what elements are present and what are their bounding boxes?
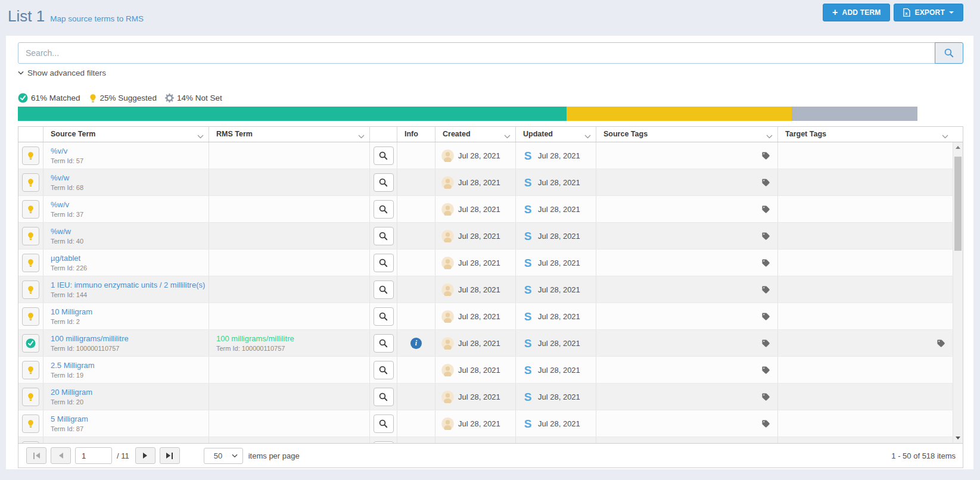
source-tag-button[interactable] <box>761 205 770 214</box>
chevron-down-icon[interactable] <box>942 132 948 141</box>
column-header-source-term[interactable]: Source Term <box>43 127 209 142</box>
row-search-button[interactable] <box>374 173 394 192</box>
chevron-down-icon[interactable] <box>504 132 511 141</box>
match-progress-bar <box>18 107 917 121</box>
status-button[interactable] <box>22 441 39 444</box>
source-tag-button[interactable] <box>761 285 770 294</box>
source-term-link[interactable]: %w/v <box>51 200 204 210</box>
status-button[interactable] <box>22 334 39 353</box>
column-header-updated[interactable]: Updated <box>516 127 596 142</box>
status-button[interactable] <box>22 388 39 406</box>
row-search-button[interactable] <box>374 388 394 406</box>
row-search-button[interactable] <box>374 414 394 433</box>
export-button[interactable]: x EXPORT <box>894 4 963 21</box>
row-search-button[interactable] <box>374 334 394 353</box>
updated-date: Jul 28, 2021 <box>538 419 580 428</box>
table-row: %v/v Term Id: 57 i Jul 28, 2021 S Jul 28… <box>18 142 953 169</box>
page-size-select[interactable]: 50 <box>204 448 243 464</box>
row-search-button[interactable] <box>374 441 394 444</box>
next-page-button[interactable] <box>135 447 155 464</box>
status-button[interactable] <box>22 307 39 326</box>
source-tag-button[interactable] <box>761 419 770 428</box>
row-search-button[interactable] <box>374 227 394 245</box>
source-tag-button[interactable] <box>761 339 770 348</box>
created-date: Jul 28, 2021 <box>458 151 500 160</box>
table-row: 1 IEU: immuno enzymatic units / 2 millil… <box>18 276 953 303</box>
first-page-button[interactable] <box>26 447 46 464</box>
row-search-button[interactable] <box>374 280 394 299</box>
add-term-button[interactable]: + ADD TERM <box>823 4 890 21</box>
tag-icon <box>761 339 770 348</box>
scroll-up-icon[interactable] <box>956 146 960 149</box>
column-header-created[interactable]: Created <box>435 127 516 142</box>
source-term-link[interactable]: %v/w <box>51 173 204 183</box>
source-term-id: Term Id: 19 <box>51 371 204 380</box>
source-term-link[interactable]: %v/v <box>51 146 204 156</box>
source-tag-button[interactable] <box>761 366 770 375</box>
status-button[interactable] <box>22 280 39 299</box>
info-icon[interactable]: i <box>410 338 422 349</box>
search-icon <box>378 365 388 375</box>
source-tag-button[interactable] <box>761 178 770 187</box>
search-input[interactable] <box>18 42 935 64</box>
status-button[interactable] <box>22 254 39 272</box>
status-button[interactable] <box>22 200 39 219</box>
chevron-down-icon[interactable] <box>766 132 773 141</box>
chevron-down-icon[interactable] <box>197 132 204 141</box>
vertical-scrollbar[interactable] <box>953 142 963 443</box>
status-button[interactable] <box>22 173 39 192</box>
page-size-value: 50 <box>214 451 222 460</box>
status-button[interactable] <box>22 361 39 379</box>
source-term-link[interactable]: 100 milligrams/millilitre <box>51 333 204 344</box>
last-page-button[interactable] <box>160 447 180 464</box>
tag-icon <box>937 339 945 348</box>
status-button[interactable] <box>22 227 39 245</box>
lightbulb-icon <box>27 178 35 187</box>
scrollbar-thumb[interactable] <box>954 157 962 251</box>
row-search-button[interactable] <box>374 200 394 219</box>
source-term-link[interactable]: 20 Milligram <box>51 387 204 397</box>
row-search-button[interactable] <box>374 254 394 272</box>
source-tag-button[interactable] <box>761 258 770 267</box>
sync-icon: S <box>522 364 534 376</box>
updated-date: Jul 28, 2021 <box>538 232 580 241</box>
column-label: Source Tags <box>603 130 648 138</box>
source-term-link[interactable]: 1 IEU: immuno enzymatic units / 2 millil… <box>51 280 204 290</box>
page-number-input[interactable] <box>75 447 112 464</box>
column-header-target-tags[interactable]: Target Tags <box>778 127 963 142</box>
row-search-button[interactable] <box>374 307 394 326</box>
source-tag-button[interactable] <box>761 392 770 401</box>
column-header-source-tags[interactable]: Source Tags <box>596 127 778 142</box>
chevron-down-icon[interactable] <box>358 132 365 141</box>
rms-term-id: Term Id: 100000110757 <box>216 344 365 353</box>
source-term-link[interactable]: µg/tablet <box>51 253 204 263</box>
source-tag-button[interactable] <box>761 151 770 160</box>
source-term-link[interactable]: 2.5 Milligram <box>51 360 204 370</box>
status-button[interactable] <box>22 147 39 165</box>
target-tag-button[interactable] <box>937 339 945 348</box>
table-row: %w/v Term Id: 37 i Jul 28, 2021 S Jul 28… <box>18 196 953 223</box>
row-search-button[interactable] <box>374 361 394 379</box>
page-subtitle: Map source terms to RMS <box>50 14 144 23</box>
progress-matched-segment <box>18 107 567 121</box>
status-button[interactable] <box>22 414 39 433</box>
sync-icon: S <box>522 311 534 322</box>
row-search-button[interactable] <box>374 147 394 165</box>
column-label: Target Tags <box>785 130 826 138</box>
legend-suggested-label: 25% Suggested <box>100 93 157 102</box>
scroll-down-icon[interactable] <box>956 437 960 440</box>
created-date: Jul 28, 2021 <box>458 419 500 428</box>
previous-page-button[interactable] <box>51 447 71 464</box>
column-label: RMS Term <box>216 130 253 138</box>
column-header-rms-term[interactable]: RMS Term <box>209 127 370 142</box>
source-term-link[interactable]: 10 Milligram <box>51 307 204 317</box>
lightbulb-icon <box>27 392 35 401</box>
updated-date: Jul 28, 2021 <box>538 312 580 321</box>
source-term-link[interactable]: 5 Milligram <box>51 414 204 424</box>
source-term-link[interactable]: %w/w <box>51 226 204 236</box>
source-tag-button[interactable] <box>761 312 770 321</box>
chevron-down-icon[interactable] <box>584 132 591 141</box>
search-button[interactable] <box>935 42 963 64</box>
advanced-filters-toggle[interactable]: Show advanced filters <box>18 68 106 77</box>
source-tag-button[interactable] <box>761 232 770 241</box>
